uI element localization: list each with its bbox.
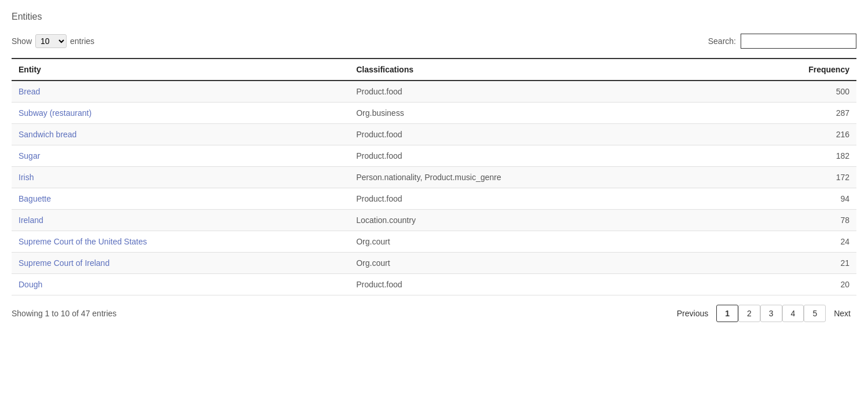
table-row: IrelandLocation.country78 <box>12 210 856 231</box>
frequency-cell: 287 <box>726 103 856 124</box>
frequency-cell: 500 <box>726 81 856 103</box>
entity-cell[interactable]: Irish <box>12 167 349 188</box>
entity-cell[interactable]: Bread <box>12 81 349 103</box>
table-row: BreadProduct.food500 <box>12 81 856 103</box>
table-row: IrishPerson.nationality, Product.music_g… <box>12 167 856 188</box>
entries-label: entries <box>70 36 94 46</box>
entities-table: Entity Classifications Frequency BreadPr… <box>12 58 856 295</box>
classification-cell: Product.food <box>349 145 726 167</box>
page-title: Entities <box>12 12 856 22</box>
entity-cell[interactable]: Ireland <box>12 210 349 231</box>
page-button-2[interactable]: 2 <box>738 305 760 322</box>
next-button[interactable]: Next <box>828 305 856 322</box>
frequency-cell: 216 <box>726 124 856 145</box>
column-classifications: Classifications <box>349 59 726 81</box>
page-button-3[interactable]: 3 <box>760 305 782 322</box>
classification-cell: Product.food <box>349 274 726 295</box>
classification-cell: Location.country <box>349 210 726 231</box>
entity-cell[interactable]: Supreme Court of Ireland <box>12 253 349 274</box>
table-row: Subway (restaurant)Org.business287 <box>12 103 856 124</box>
page-buttons: 12345 <box>716 305 826 322</box>
entries-select[interactable]: 10 25 50 100 <box>35 34 67 48</box>
entity-cell[interactable]: Sandwich bread <box>12 124 349 145</box>
showing-info: Showing 1 to 10 of 47 entries <box>12 309 116 318</box>
classification-cell: Product.food <box>349 124 726 145</box>
frequency-cell: 94 <box>726 188 856 210</box>
controls-bottom: Showing 1 to 10 of 47 entries Previous 1… <box>12 305 856 322</box>
frequency-cell: 182 <box>726 145 856 167</box>
table-row: BaguetteProduct.food94 <box>12 188 856 210</box>
entity-cell[interactable]: Dough <box>12 274 349 295</box>
frequency-cell: 21 <box>726 253 856 274</box>
controls-top: Show 10 25 50 100 entries Search: <box>12 34 856 49</box>
search-label: Search: <box>708 36 736 46</box>
entity-cell[interactable]: Baguette <box>12 188 349 210</box>
previous-button[interactable]: Previous <box>671 305 714 322</box>
column-entity: Entity <box>12 59 349 81</box>
column-frequency: Frequency <box>726 59 856 81</box>
frequency-cell: 172 <box>726 167 856 188</box>
search-box: Search: <box>708 34 856 49</box>
page-button-5[interactable]: 5 <box>804 305 826 322</box>
table-row: Supreme Court of IrelandOrg.court21 <box>12 253 856 274</box>
table-row: SugarProduct.food182 <box>12 145 856 167</box>
show-label: Show <box>12 36 32 46</box>
classification-cell: Org.court <box>349 231 726 253</box>
show-entries-container: Show 10 25 50 100 entries <box>12 34 94 48</box>
classification-cell: Org.court <box>349 253 726 274</box>
search-input[interactable] <box>741 34 856 49</box>
classification-cell: Person.nationality, Product.music_genre <box>349 167 726 188</box>
page-button-1[interactable]: 1 <box>716 305 738 322</box>
table-row: DoughProduct.food20 <box>12 274 856 295</box>
pagination: Previous 12345 Next <box>671 305 856 322</box>
table-row: Sandwich breadProduct.food216 <box>12 124 856 145</box>
classification-cell: Product.food <box>349 81 726 103</box>
classification-cell: Org.business <box>349 103 726 124</box>
entity-cell[interactable]: Supreme Court of the United States <box>12 231 349 253</box>
entity-cell[interactable]: Sugar <box>12 145 349 167</box>
table-row: Supreme Court of the United StatesOrg.co… <box>12 231 856 253</box>
frequency-cell: 78 <box>726 210 856 231</box>
frequency-cell: 24 <box>726 231 856 253</box>
classification-cell: Product.food <box>349 188 726 210</box>
table-header-row: Entity Classifications Frequency <box>12 59 856 81</box>
frequency-cell: 20 <box>726 274 856 295</box>
entity-cell[interactable]: Subway (restaurant) <box>12 103 349 124</box>
page-button-4[interactable]: 4 <box>782 305 804 322</box>
